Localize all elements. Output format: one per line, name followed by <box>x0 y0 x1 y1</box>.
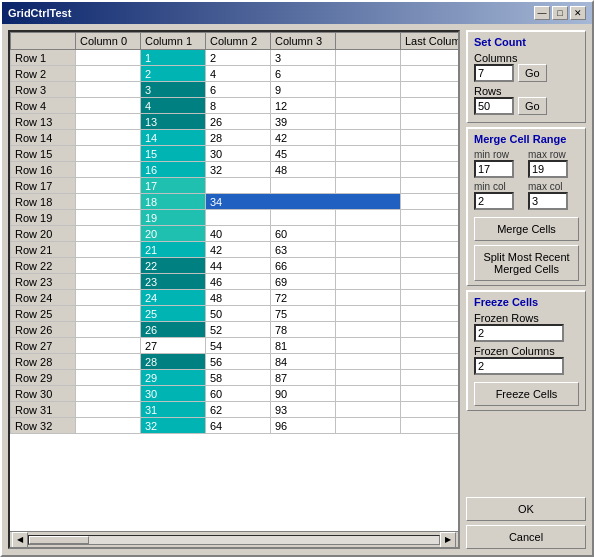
cell-last[interactable] <box>401 210 459 226</box>
header-col5[interactable]: Last Colum <box>401 33 459 50</box>
cell-col3[interactable]: 39 <box>271 114 336 130</box>
grid-scroll[interactable]: Column 0 Column 1 Column 2 Column 3 Last… <box>10 32 458 531</box>
scroll-thumb-h[interactable] <box>29 536 89 544</box>
cell-last[interactable] <box>401 82 459 98</box>
cell-col2[interactable]: 62 <box>206 402 271 418</box>
cell-col0[interactable] <box>76 66 141 82</box>
maximize-button[interactable]: □ <box>552 6 568 20</box>
cell-col3[interactable]: 81 <box>271 338 336 354</box>
cell-last[interactable] <box>401 274 459 290</box>
cell-col4[interactable] <box>336 274 401 290</box>
cell-col4[interactable] <box>336 114 401 130</box>
cell-col2[interactable]: 46 <box>206 274 271 290</box>
cell-col3[interactable]: 84 <box>271 354 336 370</box>
rows-go-btn[interactable]: Go <box>518 97 547 115</box>
cell-col1[interactable]: 3 <box>141 82 206 98</box>
cell-col4[interactable] <box>336 322 401 338</box>
header-col1[interactable]: Column 1 <box>141 33 206 50</box>
cell-col4[interactable] <box>336 162 401 178</box>
cell-col4[interactable] <box>336 418 401 434</box>
cell-col3[interactable]: 72 <box>271 290 336 306</box>
cell-col3[interactable]: 90 <box>271 386 336 402</box>
cell-last[interactable] <box>401 146 459 162</box>
cell-col0[interactable] <box>76 130 141 146</box>
cell-col3[interactable]: 66 <box>271 258 336 274</box>
cell-last[interactable] <box>401 322 459 338</box>
cell-col3[interactable]: 3 <box>271 50 336 66</box>
cell-col1[interactable]: 13 <box>141 114 206 130</box>
cell-col3[interactable]: 87 <box>271 370 336 386</box>
header-col2[interactable]: Column 2 <box>206 33 271 50</box>
cell-last[interactable] <box>401 50 459 66</box>
cell-col1[interactable]: 27 <box>141 338 206 354</box>
cell-col4[interactable] <box>336 210 401 226</box>
cell-last[interactable] <box>401 354 459 370</box>
cell-col1[interactable]: 29 <box>141 370 206 386</box>
cell-last[interactable] <box>401 114 459 130</box>
cell-last[interactable] <box>401 162 459 178</box>
cell-col1[interactable]: 23 <box>141 274 206 290</box>
scroll-right-btn[interactable]: ▶ <box>440 532 456 548</box>
columns-go-btn[interactable]: Go <box>518 64 547 82</box>
cell-col0[interactable] <box>76 146 141 162</box>
cell-col4[interactable] <box>336 226 401 242</box>
merge-cells-btn[interactable]: Merge Cells <box>474 217 579 241</box>
ok-button[interactable]: OK <box>466 497 586 521</box>
cancel-button[interactable]: Cancel <box>466 525 586 549</box>
cell-last[interactable] <box>401 226 459 242</box>
cell-col0[interactable] <box>76 258 141 274</box>
cell-col1[interactable]: 31 <box>141 402 206 418</box>
cell-col4[interactable] <box>336 130 401 146</box>
cell-col4[interactable] <box>336 98 401 114</box>
cell-col0[interactable] <box>76 354 141 370</box>
cell-col4[interactable] <box>336 82 401 98</box>
cell-col1[interactable]: 4 <box>141 98 206 114</box>
cell-col2[interactable]: 42 <box>206 242 271 258</box>
cell-col3[interactable]: 96 <box>271 418 336 434</box>
cell-col1[interactable]: 1 <box>141 50 206 66</box>
horizontal-scrollbar[interactable]: ◀ ▶ <box>10 531 458 547</box>
cell-col3[interactable]: 12 <box>271 98 336 114</box>
cell-col1[interactable]: 16 <box>141 162 206 178</box>
max-row-input[interactable] <box>528 160 568 178</box>
cell-col1[interactable]: 25 <box>141 306 206 322</box>
cell-col4[interactable] <box>336 354 401 370</box>
cell-col4[interactable] <box>336 242 401 258</box>
cell-col0[interactable] <box>76 210 141 226</box>
cell-col2[interactable]: 32 <box>206 162 271 178</box>
cell-col0[interactable] <box>76 194 141 210</box>
cell-col2[interactable]: 60 <box>206 386 271 402</box>
max-col-input[interactable] <box>528 192 568 210</box>
cell-col3[interactable]: 6 <box>271 66 336 82</box>
cell-col4[interactable] <box>336 66 401 82</box>
frozen-rows-input[interactable] <box>474 324 564 342</box>
cell-col2[interactable]: 58 <box>206 370 271 386</box>
cell-col0[interactable] <box>76 162 141 178</box>
cell-last[interactable] <box>401 66 459 82</box>
cell-col3[interactable] <box>271 210 336 226</box>
split-merged-cells-btn[interactable]: Split Most Recent Merged Cells <box>474 245 579 281</box>
cell-col4[interactable] <box>336 146 401 162</box>
cell-col1[interactable]: 15 <box>141 146 206 162</box>
cell-col0[interactable] <box>76 82 141 98</box>
cell-col1[interactable]: 26 <box>141 322 206 338</box>
cell-col1[interactable]: 30 <box>141 386 206 402</box>
header-col0[interactable]: Column 0 <box>76 33 141 50</box>
cell-last[interactable] <box>401 338 459 354</box>
cell-col2[interactable]: 26 <box>206 114 271 130</box>
cell-col3[interactable]: 93 <box>271 402 336 418</box>
cell-col3[interactable]: 78 <box>271 322 336 338</box>
cell-col2[interactable]: 54 <box>206 338 271 354</box>
cell-col2[interactable]: 8 <box>206 98 271 114</box>
cell-last[interactable] <box>336 178 401 194</box>
cell-col3[interactable] <box>271 178 336 194</box>
scroll-track-h[interactable] <box>28 535 440 545</box>
cell-col0[interactable] <box>76 418 141 434</box>
cell-col1[interactable]: 18 <box>141 194 206 210</box>
min-row-input[interactable] <box>474 160 514 178</box>
cell-last[interactable] <box>401 370 459 386</box>
cell-last[interactable] <box>401 98 459 114</box>
cell-col1[interactable]: 24 <box>141 290 206 306</box>
cell-col2[interactable]: 6 <box>206 82 271 98</box>
cell-col4[interactable] <box>336 306 401 322</box>
